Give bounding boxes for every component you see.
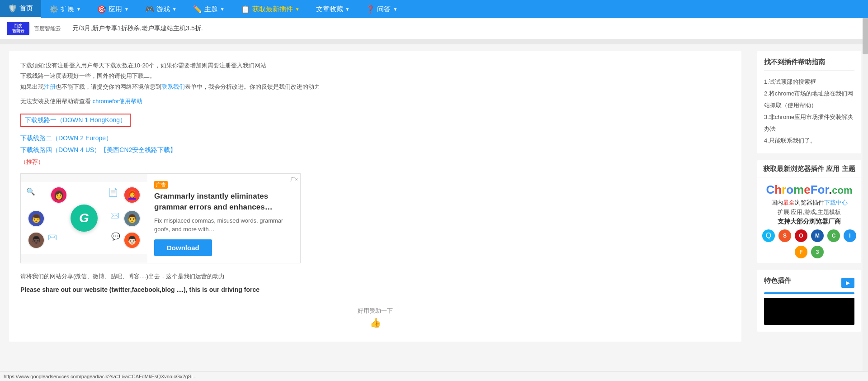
qa-icon: ❓ bbox=[366, 5, 375, 14]
ad-description: Fix misplaced commas, misused words, gra… bbox=[154, 216, 293, 234]
download-links: 下载线路一（DOWN 1 HongKong） 下载线路二（DOWN 2 Euro… bbox=[20, 114, 730, 166]
opera-icon: O bbox=[795, 229, 807, 242]
sidebar-brand-title: 获取最新浏览器插件 应用 主题 bbox=[757, 165, 861, 177]
brand-subtitle-2: 扩展,应用,游戏,主题模板 bbox=[757, 208, 861, 216]
home-icon: 🛡️ bbox=[8, 4, 17, 13]
nav-extensions[interactable]: ⚙️ 扩展 ▼ bbox=[41, 0, 89, 18]
scrollbar[interactable] bbox=[863, 0, 868, 381]
sidebar-special-card: 特色插件 ▶ bbox=[757, 270, 861, 332]
sidebar-help-item-2: 2.将chrome市场的地址放在我们网站抓取（使用帮助） bbox=[764, 88, 854, 111]
thumbs-section: 好用赞助一下 👍 bbox=[20, 302, 730, 333]
games-icon: 🎮 bbox=[145, 5, 154, 14]
ad-close-button[interactable]: 广× bbox=[290, 176, 298, 183]
ie-icon: I bbox=[844, 229, 856, 242]
brand-subtitle-3: 支持大部分浏览器厂商 bbox=[757, 218, 861, 226]
special-plugin-title: 特色插件 bbox=[764, 276, 791, 285]
help-line: 无法安装及使用帮助请查看 chromefor使用帮助 bbox=[20, 97, 730, 105]
maxthon-icon: M bbox=[811, 229, 824, 242]
nav-games[interactable]: 🎮 游戏 ▼ bbox=[137, 0, 185, 18]
doc-icon: 📄 bbox=[108, 187, 118, 197]
face-avatar-6: 👨🏻 bbox=[123, 232, 141, 249]
face-avatar-3: 👦 bbox=[28, 210, 45, 227]
main-content: 下载须知:没有注册登入用户每天下载次数在10-20个，如果你需要增加则需要注册登… bbox=[0, 44, 750, 381]
ad-tag: 广告 bbox=[154, 181, 168, 189]
plugin-icon: 📋 bbox=[241, 5, 250, 14]
page-body: 下载须知:没有注册登入用户每天下载次数在10-20个，如果你需要增加则需要注册登… bbox=[0, 44, 868, 381]
chevron-down-icon: ▼ bbox=[172, 7, 177, 12]
chevron-down-icon: ▼ bbox=[220, 7, 225, 12]
apps-icon: 🎯 bbox=[97, 5, 106, 14]
sidebar-help-title: 找不到插件帮助指南 bbox=[764, 58, 854, 71]
sidebar-help-item-3: 3.非chrome应用市场插件安装解决办法 bbox=[764, 111, 854, 135]
nav-apps[interactable]: 🎯 应用 ▼ bbox=[89, 0, 137, 18]
sidebar-help-item-4: 4.只能联系我们了。 bbox=[764, 135, 854, 147]
ad-block: 广× 🔍 📄 👩 👩‍🦰 👦 👨 bbox=[20, 173, 301, 263]
nav-qa[interactable]: ❓ 问答 ▼ bbox=[358, 0, 406, 18]
register-link[interactable]: 注册 bbox=[44, 83, 56, 90]
sidebar-help-item-1: 1.试试顶部的搜索框 bbox=[764, 76, 854, 88]
special-plugin-preview bbox=[764, 298, 854, 325]
chevron-down-icon: ▼ bbox=[124, 7, 129, 12]
banner-ad-text: 元/3月,新户专享1折秒杀,老户享建站主机3.5折. bbox=[72, 24, 203, 33]
share-text-cn: 请将我们的网站分享(微信、微博、贴吧、博客....)出去，这个是我们运营的动力 bbox=[20, 272, 730, 281]
contact-link[interactable]: 联系我们 bbox=[161, 83, 185, 90]
sogou-icon: S bbox=[778, 229, 791, 242]
notice-line3: 如果出现注册也不能下载，请提交你的网络环境信息到联系我们表单中，我会分析改进。你… bbox=[20, 81, 730, 92]
chevron-down-icon: ▼ bbox=[295, 7, 300, 12]
download-link-2[interactable]: 下载线路二（DOWN 2 Europe） bbox=[20, 134, 730, 143]
sidebar: 找不到插件帮助指南 1.试试顶部的搜索框 2.将chrome市场的地址放在我们网… bbox=[750, 44, 868, 381]
face-avatar-1: 👩 bbox=[50, 186, 67, 204]
ad-inner: 🔍 📄 👩 👩‍🦰 👦 👨 👨🏿 👨🏻 ✉️ bbox=[21, 174, 300, 263]
sidebar-brand-card: 获取最新浏览器插件 应用 主题 ChromeFor.com 国内最全浏览器插件下… bbox=[757, 160, 861, 263]
mail-icon: ✉️ bbox=[110, 211, 119, 220]
recommend-badge: （推荐） bbox=[20, 158, 44, 165]
search-icon: 🔍 bbox=[26, 187, 35, 196]
gear-icon: ⚙️ bbox=[49, 5, 58, 14]
baidu-logo: 百度智能云 bbox=[7, 22, 29, 35]
chromefor-logo: ChromeFor.com bbox=[757, 183, 861, 197]
brand-subtitle-1: 国内最全浏览器插件下载中心 bbox=[757, 199, 861, 207]
ad-title: Grammarly instantly eliminates grammar e… bbox=[154, 191, 293, 213]
ad-text-section: 广告 Grammarly instantly eliminates gramma… bbox=[147, 174, 300, 263]
share-text-en: Please share out our website (twitter,fa… bbox=[20, 286, 730, 293]
360-icon: 3 bbox=[811, 246, 824, 258]
special-plugin-more-button[interactable]: ▶ bbox=[841, 278, 854, 288]
sidebar-help-list: 1.试试顶部的搜索框 2.将chrome市场的地址放在我们网站抓取（使用帮助） … bbox=[764, 76, 854, 147]
nav-bar: 🛡️ 首页 ⚙️ 扩展 ▼ 🎯 应用 ▼ 🎮 游戏 ▼ ✏️ 主题 ▼ 📋 获取… bbox=[0, 0, 868, 18]
banner-logo-label: 百度智能云 bbox=[34, 25, 61, 33]
nav-themes[interactable]: ✏️ 主题 ▼ bbox=[185, 0, 233, 18]
thumbs-label: 好用赞助一下 bbox=[20, 307, 730, 315]
browser-icons-row: Q S O M C I F 3 bbox=[757, 229, 861, 258]
help-link[interactable]: chromefor使用帮助 bbox=[93, 98, 143, 105]
chevron-down-icon: ▼ bbox=[393, 7, 397, 12]
qq-browser-icon: Q bbox=[762, 229, 775, 242]
chrome-icon: C bbox=[827, 229, 840, 242]
status-bar: https://www.googleadservices.com/pagead/… bbox=[0, 371, 868, 381]
themes-icon: ✏️ bbox=[193, 5, 202, 14]
firefox-icon: F bbox=[795, 246, 807, 258]
content-card: 下载须知:没有注册登入用户每天下载次数在10-20个，如果你需要增加则需要注册登… bbox=[9, 51, 741, 342]
bubble-icon: 💬 bbox=[111, 232, 120, 241]
nav-home[interactable]: 🛡️ 首页 bbox=[0, 0, 41, 18]
face-avatar-5: 👨🏿 bbox=[28, 232, 45, 249]
download-link-1[interactable]: 下载线路一（DOWN 1 HongKong） bbox=[20, 114, 131, 127]
nav-latest-plugin[interactable]: 📋 获取最新插件 ▼ bbox=[233, 0, 308, 18]
nav-articles[interactable]: 文章收藏 ▼ bbox=[308, 0, 358, 18]
top-banner: 百度智能云 百度智能云 元/3月,新户专享1折秒杀,老户享建站主机3.5折. bbox=[0, 18, 868, 39]
face-avatar-4: 👨 bbox=[123, 210, 141, 227]
mail-icon-2: ✉️ bbox=[48, 233, 57, 242]
ad-visual: 🔍 📄 👩 👩‍🦰 👦 👨 👨🏿 👨🏻 ✉️ bbox=[21, 174, 147, 263]
notice-line2: 下载线路一速度表现好一些，国外的请使用下载二。 bbox=[20, 71, 730, 81]
ad-download-button[interactable]: Download bbox=[154, 239, 212, 256]
notice-line1: 下载须知:没有注册登入用户每天下载次数在10-20个，如果你需要增加则需要注册登… bbox=[20, 60, 730, 71]
ad-illustration: 🔍 📄 👩 👩‍🦰 👦 👨 👨🏿 👨🏻 ✉️ bbox=[21, 182, 147, 254]
status-url: https://www.googleadservices.com/pagead/… bbox=[4, 374, 197, 379]
download-link-4[interactable]: 下载线路四（DOWN 4 US）【美西CN2安全线路下载】 bbox=[20, 146, 730, 154]
special-plugin-bar bbox=[764, 292, 854, 294]
grammarly-g-logo: G bbox=[71, 205, 98, 232]
thumbs-icon: 👍 bbox=[20, 317, 730, 328]
sidebar-help-card: 找不到插件帮助指南 1.试试顶部的搜索框 2.将chrome市场的地址放在我们网… bbox=[757, 51, 861, 153]
chevron-down-icon: ▼ bbox=[345, 7, 350, 12]
notice-block: 下载须知:没有注册登入用户每天下载次数在10-20个，如果你需要增加则需要注册登… bbox=[20, 60, 730, 92]
chevron-down-icon: ▼ bbox=[76, 7, 81, 12]
